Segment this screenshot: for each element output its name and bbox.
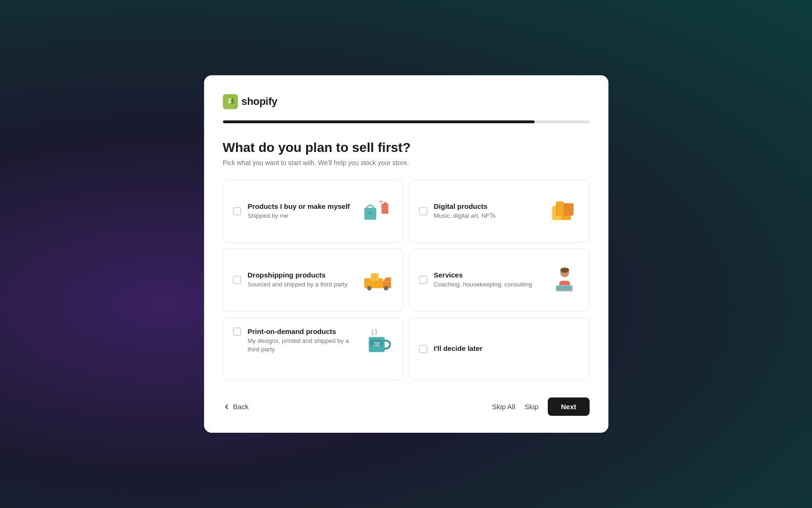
svg-point-17 <box>560 268 569 273</box>
option-title-physical: Products I buy or make myself <box>248 202 357 210</box>
svg-rect-6 <box>556 201 564 215</box>
svg-rect-21 <box>558 289 562 291</box>
svg-point-12 <box>385 287 386 289</box>
checkbox-pod[interactable] <box>233 327 241 336</box>
option-pod[interactable]: Print-on-demand products My designs, pri… <box>223 318 403 381</box>
checkbox-digital[interactable] <box>419 207 427 215</box>
checkbox-dropshipping[interactable] <box>233 276 241 284</box>
option-services[interactable]: Services Coaching, housekeeping, consult… <box>409 248 590 311</box>
options-grid: Products I buy or make myself Shipped by… <box>223 180 590 381</box>
option-physical[interactable]: Products I buy or make myself Shipped by… <box>223 180 403 243</box>
progress-bar-container <box>223 120 590 123</box>
option-dropshipping[interactable]: Dropshipping products Sourced and shippe… <box>223 248 403 311</box>
option-text-later: I'll decide later <box>434 344 580 354</box>
option-subtitle-digital: Music, digital art, NFTs <box>434 212 543 220</box>
logo-area: shopify <box>223 94 590 109</box>
option-title-dropshipping: Dropshipping products <box>248 271 357 279</box>
option-title-services: Services <box>434 271 543 279</box>
dropshipping-icon <box>363 265 394 295</box>
option-subtitle-physical: Shipped by me <box>248 212 357 220</box>
checkbox-services[interactable] <box>419 276 427 284</box>
checkbox-later[interactable] <box>419 345 427 353</box>
svg-text:LOGO: LOGO <box>373 344 380 347</box>
svg-text:YOUR: YOUR <box>373 341 380 344</box>
footer: Back Skip All Skip Next <box>223 397 590 416</box>
option-subtitle-services: Coaching, housekeeping, consulting <box>434 280 543 289</box>
shopify-logo-icon <box>223 94 238 109</box>
option-subtitle-dropshipping: Sourced and shipped by a third party <box>248 280 357 289</box>
progress-bar-fill <box>223 120 535 123</box>
option-digital[interactable]: Digital products Music, digital art, NFT… <box>409 180 590 243</box>
option-text-pod: Print-on-demand products My designs, pri… <box>248 326 357 354</box>
physical-icon <box>363 196 394 226</box>
digital-icon <box>550 196 580 226</box>
logo-text: shopify <box>242 95 277 108</box>
back-chevron-icon <box>223 403 230 411</box>
page-subtitle: Pick what you want to start with. We'll … <box>223 159 590 167</box>
page-title: What do you plan to sell first? <box>223 140 590 155</box>
option-text-dropshipping: Dropshipping products Sourced and shippe… <box>248 271 357 289</box>
option-title-later: I'll decide later <box>434 344 580 352</box>
option-later[interactable]: I'll decide later <box>409 318 590 381</box>
services-icon <box>550 265 580 295</box>
main-modal: shopify What do you plan to sell first? … <box>204 75 608 433</box>
option-title-pod: Print-on-demand products <box>248 327 357 335</box>
next-button[interactable]: Next <box>548 397 590 416</box>
option-text-physical: Products I buy or make myself Shipped by… <box>248 202 357 220</box>
skip-all-button[interactable]: Skip All <box>492 403 515 411</box>
back-button[interactable]: Back <box>223 403 249 411</box>
option-subtitle-pod: My designs, printed and shipped by a thi… <box>248 337 357 354</box>
skip-button[interactable]: Skip <box>525 403 538 411</box>
option-title-digital: Digital products <box>434 202 543 210</box>
svg-rect-2 <box>368 211 371 214</box>
pod-icon: YOUR LOGO <box>363 326 394 357</box>
option-text-digital: Digital products Music, digital art, NFT… <box>434 202 543 220</box>
option-text-services: Services Coaching, housekeeping, consult… <box>434 271 543 289</box>
svg-rect-22 <box>566 289 570 291</box>
svg-point-10 <box>368 287 370 289</box>
footer-right: Skip All Skip Next <box>492 397 590 416</box>
checkbox-physical[interactable] <box>233 207 241 215</box>
